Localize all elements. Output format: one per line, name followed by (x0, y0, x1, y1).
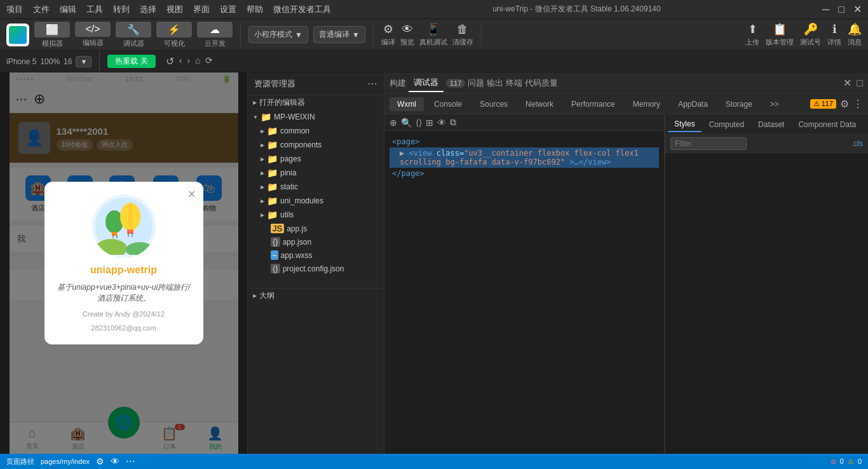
back-page-icon[interactable]: ‹ (179, 55, 182, 67)
minimize-button[interactable]: ─ (822, 4, 829, 15)
html-source-icon[interactable]: ⟨⟩ (416, 118, 422, 128)
tab-terminal[interactable]: 终端 (506, 78, 522, 89)
popup-close-button[interactable]: ✕ (187, 188, 196, 200)
menu-item-settings[interactable]: 设置 (220, 4, 236, 15)
more-options-icon[interactable]: ⋮ (853, 98, 863, 110)
file-project-config[interactable]: {} project.config.json (248, 262, 384, 275)
menu-item-file[interactable]: 文件 (33, 4, 50, 15)
rotate-icon[interactable]: ⟳ (205, 55, 213, 67)
explorer-more-button[interactable]: ⋯ (367, 78, 377, 90)
file-app-js[interactable]: JS app.js (248, 222, 384, 235)
tab-output[interactable]: 输出 (487, 78, 503, 89)
debugger-button[interactable]: 🔧 (116, 22, 151, 37)
html-layers-icon[interactable]: ⧉ (450, 117, 456, 128)
app-json-label: app.json (283, 238, 311, 247)
mode-dropdown[interactable]: 小程序模式 ▼ (248, 26, 308, 43)
eye-status-icon[interactable]: 👁 (111, 456, 119, 466)
device-dropdown[interactable]: ▼ (76, 56, 92, 67)
folder-common[interactable]: ▶ 📁 common (248, 124, 384, 138)
html-view-element[interactable]: ▶ <view class="uv3__container flexbox fl… (390, 147, 659, 168)
folder-static[interactable]: ▶ 📁 static (248, 180, 384, 194)
settings-icon[interactable]: ⚙ (840, 98, 849, 110)
file-app-wxss[interactable]: ~ app.wxss (248, 248, 384, 262)
html-eye-icon[interactable]: 👁 (437, 118, 446, 128)
settings-status-icon[interactable]: ⚙ (96, 456, 104, 466)
real-dev-icon[interactable]: 📱 (426, 22, 440, 36)
folder-utils[interactable]: ▶ 📁 utils (248, 208, 384, 222)
html-layout-icon[interactable]: ⊞ (426, 118, 433, 128)
svg-rect-2 (112, 232, 117, 236)
clear-cache-icon[interactable]: 🗑 (457, 23, 468, 36)
subtab-more[interactable]: >> (763, 97, 787, 111)
html-page-open[interactable]: <page> (390, 136, 659, 147)
cls-button[interactable]: .cls (851, 139, 863, 148)
menu-item-select[interactable]: 选择 (140, 4, 156, 15)
tab-issues[interactable]: 问题 (468, 78, 484, 89)
right-tab-styles[interactable]: Styles (668, 117, 702, 132)
folder-uni-modules[interactable]: ▶ 📁 uni_modules (248, 194, 384, 208)
right-tab-dataset[interactable]: Dataset (752, 118, 790, 132)
outline-item[interactable]: ▶ 大纲 (248, 288, 384, 303)
html-search-icon[interactable]: 🔍 (401, 118, 412, 128)
debugger-badge: 117 (446, 79, 465, 88)
menu-item-view[interactable]: 视图 (166, 4, 183, 15)
html-page-close[interactable]: </page> (390, 168, 659, 179)
menu-item-tools[interactable]: 工具 (86, 4, 103, 15)
tab-code-quality[interactable]: 代码质量 (525, 78, 558, 89)
file-app-json[interactable]: {} app.json (248, 235, 384, 248)
preview-icon[interactable]: 👁 (402, 23, 413, 36)
open-editor-item[interactable]: ▶ 打开的编辑器 (248, 95, 384, 110)
hot-reload-button[interactable]: 热重载 关 (107, 55, 155, 68)
menu-bar[interactable]: 项目 文件 编辑 工具 转到 选择 视图 界面 设置 帮助 微信开发者工具 (6, 4, 331, 15)
cloud-button[interactable]: ☁ (197, 22, 233, 37)
folder-pinia[interactable]: ▶ 📁 pinia (248, 166, 384, 180)
visual-button[interactable]: ⚡ (156, 22, 192, 37)
subtab-network[interactable]: Network (518, 97, 561, 111)
subtab-wxml[interactable]: Wxml (390, 97, 424, 111)
close-button[interactable]: ✕ (853, 3, 862, 15)
menu-item-help[interactable]: 帮助 (247, 4, 263, 15)
tab-debugger[interactable]: 调试器 (409, 74, 444, 92)
subtab-sources[interactable]: Sources (472, 97, 515, 111)
config-json-icon: {} (271, 264, 280, 273)
right-tab-computed[interactable]: Computed (703, 118, 750, 132)
more-status-icon[interactable]: ⋯ (126, 456, 135, 466)
editor-button[interactable]: </> (75, 22, 111, 37)
subtab-console[interactable]: Console (426, 97, 470, 111)
menu-item-edit[interactable]: 编辑 (60, 4, 76, 15)
test-icon[interactable]: 🔑 (804, 22, 818, 36)
json-file-icon: {} (271, 237, 280, 247)
devtools-close-button[interactable]: ✕ (843, 77, 851, 89)
simulator-button[interactable]: ⬜ (34, 22, 70, 37)
home-icon[interactable]: ⌂ (195, 55, 200, 67)
devtools-maximize-button[interactable]: □ (857, 78, 863, 89)
menu-item-goto[interactable]: 转到 (113, 4, 130, 15)
separator-2 (373, 24, 374, 46)
forward-page-icon[interactable]: › (187, 55, 190, 67)
menu-item-wxdevtools[interactable]: 微信开发者工具 (273, 4, 331, 15)
maximize-button[interactable]: □ (838, 4, 844, 15)
subtab-storage[interactable]: Storage (718, 97, 760, 111)
refresh-icon[interactable]: ↺ (166, 55, 174, 67)
detail-icon[interactable]: ℹ (832, 22, 837, 36)
upload-icon[interactable]: ⬆ (748, 22, 757, 36)
notify-icon[interactable]: 🔔 (848, 22, 862, 36)
html-inspect-icon[interactable]: ⊕ (390, 118, 397, 128)
menu-item-interface[interactable]: 界面 (193, 4, 210, 15)
subtab-appdata[interactable]: AppData (670, 97, 715, 111)
filter-input[interactable] (670, 137, 747, 150)
folder-components[interactable]: ▶ 📁 components (248, 138, 384, 152)
compile-icon[interactable]: ⚙ (383, 22, 393, 36)
tab-build[interactable]: 构建 (390, 78, 406, 89)
page-path-value[interactable]: pages/my/index (41, 458, 90, 465)
subtab-performance[interactable]: Performance (564, 97, 623, 111)
root-folder-item[interactable]: ▼ 📁 MP-WEIXIN (248, 110, 384, 124)
popup-box: ✕ (44, 182, 203, 344)
window-controls[interactable]: ─ □ ✕ (822, 3, 862, 15)
menu-item-project[interactable]: 项目 (6, 4, 23, 15)
folder-pages[interactable]: ▶ 📁 pages (248, 152, 384, 166)
subtab-memory[interactable]: Memory (625, 97, 668, 111)
right-tab-component[interactable]: Component Data (792, 118, 862, 132)
compile-dropdown[interactable]: 普通编译 ▼ (313, 26, 365, 43)
version-icon[interactable]: 📋 (773, 22, 787, 36)
